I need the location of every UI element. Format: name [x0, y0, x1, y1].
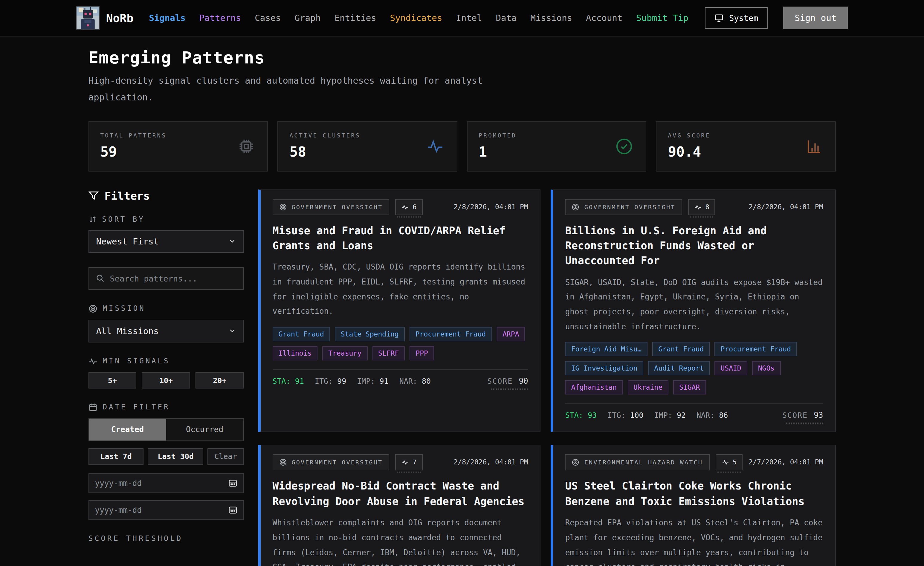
pulse-icon — [694, 203, 702, 211]
mission-badge: GOVERNMENT OVERSIGHT — [273, 455, 390, 471]
min-signals-10-button[interactable]: 10+ — [142, 372, 190, 388]
signal-count: 7 — [412, 459, 416, 467]
sort-select[interactable]: Newest First — [88, 230, 244, 253]
stat-total-patterns: TOTAL PATTERNS 59 — [88, 121, 268, 171]
quick-range-buttons: Last 7d Last 30d Clear — [88, 448, 244, 465]
last-7d-button[interactable]: Last 7d — [88, 448, 144, 465]
nav-link-graph[interactable]: Graph — [295, 13, 321, 23]
pattern-tags: Foreign Aid Misu…Grant FraudProcurement … — [565, 342, 823, 395]
min-signals-buttons: 5+ 10+ 20+ — [88, 372, 244, 388]
tag[interactable]: Ukraine — [627, 380, 668, 395]
pattern-description: Whistleblower complaints and OIG reports… — [273, 516, 528, 566]
tag[interactable]: State Spending — [335, 327, 405, 341]
nav-link-missions[interactable]: Missions — [530, 13, 572, 23]
nar-stat: NAR: 86 — [696, 411, 728, 420]
imp-stat: IMP: 91 — [357, 377, 388, 385]
tag[interactable]: USAID — [714, 361, 747, 376]
monitor-icon — [715, 13, 724, 22]
filter-funnel-icon — [88, 190, 99, 201]
nav-link-signals[interactable]: Signals — [149, 13, 185, 23]
min-signals-label: MIN SIGNALS — [88, 356, 244, 365]
top-navbar: NoRb Signals Patterns Cases Graph Entiti… — [0, 0, 924, 36]
filters-heading: Filters — [88, 189, 244, 202]
nav-link-cases[interactable]: Cases — [255, 13, 281, 23]
last-30d-button[interactable]: Last 30d — [148, 448, 203, 465]
min-signals-20-button[interactable]: 20+ — [195, 372, 244, 388]
pattern-title: Misuse and Fraud in COVID/ARPA Relief Gr… — [273, 223, 528, 254]
tag[interactable]: Illinois — [273, 346, 318, 360]
date-filter-label: DATE FILTER — [88, 403, 244, 412]
stats-row: TOTAL PATTERNS 59 ACTIVE CLUSTERS 58 PRO… — [88, 121, 836, 171]
date-mode-occurred[interactable]: Occurred — [166, 419, 243, 440]
nav-link-syndicates[interactable]: Syndicates — [390, 13, 442, 23]
pattern-card[interactable]: GOVERNMENT OVERSIGHT 8 2/8/2026, 04:01 P… — [551, 189, 836, 433]
nav-link-entities[interactable]: Entities — [334, 13, 376, 23]
chevron-down-icon — [228, 237, 236, 245]
pattern-description: SIGAR, USAID, State, DoD OIG audits expo… — [565, 275, 823, 334]
bar-chart-icon — [806, 137, 823, 155]
pattern-footer: STA: 91 ITG: 99 IMP: 91 NAR: 80 SCORE90 — [273, 369, 528, 390]
mission-badge: GOVERNMENT OVERSIGHT — [565, 199, 682, 215]
pattern-footer: STA: 93 ITG: 100 IMP: 92 NAR: 86 SCORE93 — [565, 404, 823, 424]
tag[interactable]: SIGAR — [673, 380, 706, 395]
tag[interactable]: Audit Report — [648, 361, 710, 376]
clear-dates-button[interactable]: Clear — [207, 448, 244, 465]
sign-out-button[interactable]: Sign out — [783, 7, 848, 29]
pattern-date: 2/8/2026, 04:01 PM — [748, 199, 823, 211]
pulse-icon — [722, 459, 729, 467]
tag[interactable]: ARPA — [496, 327, 525, 341]
itg-stat: ITG: 100 — [608, 411, 643, 420]
date-mode-created[interactable]: Created — [89, 419, 166, 440]
pattern-date: 2/7/2026, 04:01 PM — [748, 455, 823, 467]
target-icon — [88, 304, 98, 313]
tag[interactable]: PPP — [410, 346, 434, 360]
nav-link-patterns[interactable]: Patterns — [200, 13, 241, 23]
nav-link-intel[interactable]: Intel — [456, 13, 482, 23]
min-signals-5-button[interactable]: 5+ — [88, 372, 136, 388]
score-dots — [786, 423, 823, 424]
tag[interactable]: Afghanistan — [565, 380, 622, 395]
mission-badge-label: GOVERNMENT OVERSIGHT — [292, 459, 383, 466]
nav-link-account[interactable]: Account — [586, 13, 622, 23]
tag[interactable]: Procurement Fraud — [714, 342, 796, 356]
mission-badge-label: ENVIRONMENTAL HAZARD WATCH — [584, 459, 703, 466]
score-dots — [491, 388, 528, 390]
page-title: Emerging Patterns — [88, 48, 836, 67]
signal-count-badge: 6 — [395, 199, 422, 215]
tag[interactable]: IG Investigation — [565, 361, 644, 376]
score-box: SCORE93 — [782, 411, 823, 424]
mission-select[interactable]: All Missions — [88, 319, 244, 342]
nav-link-submit-tip[interactable]: Submit Tip — [636, 13, 688, 23]
pattern-card[interactable]: GOVERNMENT OVERSIGHT 6 2/8/2026, 04:01 P… — [258, 189, 541, 433]
calendar-icon — [88, 403, 98, 412]
signal-count: 5 — [733, 459, 736, 467]
tag[interactable]: Treasury — [322, 346, 368, 360]
search-icon — [96, 274, 105, 283]
date-from-input[interactable] — [95, 478, 228, 487]
chip-icon — [238, 137, 256, 155]
score-threshold-label: SCORE THRESHOLD — [88, 533, 244, 542]
search-box — [88, 267, 244, 290]
pattern-card[interactable]: ENVIRONMENTAL HAZARD WATCH 5 2/7/2026, 0… — [551, 445, 836, 566]
pattern-date: 2/8/2026, 04:01 PM — [453, 455, 528, 467]
pattern-score: 90 — [519, 377, 528, 385]
system-theme-button[interactable]: System — [705, 7, 768, 29]
calendar-picker-icon[interactable] — [228, 505, 237, 514]
target-icon — [572, 203, 580, 211]
date-to-field — [88, 500, 244, 520]
calendar-picker-icon[interactable] — [228, 478, 237, 487]
nav-link-data[interactable]: Data — [496, 13, 517, 23]
tag[interactable]: Procurement Fraud — [410, 327, 492, 341]
pattern-tags: Grant FraudState SpendingProcurement Fra… — [273, 327, 528, 360]
date-mode-toggle: Created Occurred — [88, 418, 244, 441]
tag[interactable]: SLFRF — [372, 346, 405, 360]
tag[interactable]: Grant Fraud — [652, 342, 710, 356]
pattern-card[interactable]: GOVERNMENT OVERSIGHT 7 2/8/2026, 04:01 P… — [258, 445, 541, 566]
tag[interactable]: Grant Fraud — [273, 327, 330, 341]
tag[interactable]: NGOs — [752, 361, 780, 376]
brand[interactable]: NoRb — [76, 6, 134, 30]
tag[interactable]: Foreign Aid Misu… — [565, 342, 648, 356]
search-input[interactable] — [110, 273, 237, 283]
pulse-icon — [401, 203, 409, 211]
date-to-input[interactable] — [95, 505, 228, 514]
